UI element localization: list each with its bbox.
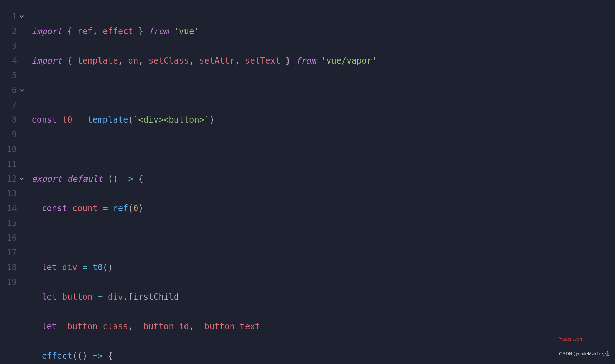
fold-icon[interactable]	[18, 9, 25, 24]
line-number: 1	[0, 9, 17, 24]
code-line	[32, 230, 438, 245]
line-number: 4	[0, 53, 17, 68]
line-number: 2	[0, 24, 17, 39]
line-number: 17	[0, 245, 17, 260]
code-line: const count = ref(0)	[32, 201, 438, 216]
code-line: let button = div.firstChild	[32, 290, 438, 304]
code-line: const t0 = template(`<div><button>`)	[32, 112, 438, 127]
code-editor: 1 2 3 4 5 6 7 8 9 10 11 12 13 14 15 16 1…	[0, 0, 615, 364]
code-line: import { template, on, setClass, setAttr…	[32, 53, 438, 68]
line-number: 5	[0, 68, 17, 83]
line-number: 13	[0, 186, 17, 201]
watermark-site: Yuucn.com	[559, 332, 611, 346]
fold-icon[interactable]	[18, 171, 25, 186]
line-number: 12	[0, 171, 17, 186]
line-number: 19	[0, 275, 17, 290]
line-number: 14	[0, 201, 17, 216]
line-number: 9	[0, 127, 17, 142]
code-line: let div = t0()	[32, 260, 438, 275]
watermark: Yuucn.com CSDN @codeMak1r.小新	[559, 332, 611, 361]
code-line: export default () => {	[32, 171, 438, 186]
line-number-gutter: 1 2 3 4 5 6 7 8 9 10 11 12 13 14 15 16 1…	[0, 9, 20, 364]
code-line	[32, 142, 438, 157]
code-line: import { ref, effect } from 'vue'	[32, 24, 438, 39]
code-line: effect(() => {	[32, 349, 438, 363]
code-content[interactable]: import { ref, effect } from 'vue' import…	[20, 9, 438, 364]
line-number: 16	[0, 230, 17, 245]
code-line: let _button_class, _button_id, _button_t…	[32, 319, 438, 334]
fold-icon[interactable]	[18, 83, 25, 98]
line-number: 6	[0, 83, 17, 98]
line-number: 15	[0, 216, 17, 230]
code-line	[32, 83, 438, 98]
line-number: 8	[0, 112, 17, 127]
line-number: 3	[0, 39, 17, 53]
line-number: 7	[0, 98, 17, 112]
watermark-attribution: CSDN @codeMak1r.小新	[559, 346, 611, 361]
line-number: 11	[0, 157, 17, 171]
line-number: 18	[0, 260, 17, 275]
line-number: 10	[0, 142, 17, 157]
